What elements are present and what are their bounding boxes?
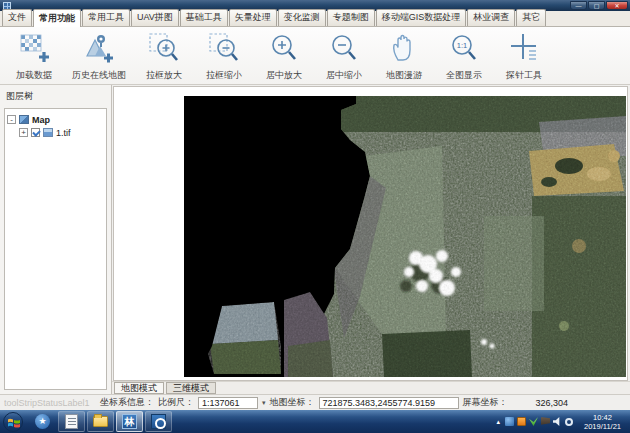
tool-label: 居中放大 xyxy=(266,69,302,82)
tool-label: 探针工具 xyxy=(506,69,542,82)
collapse-icon[interactable]: - xyxy=(7,115,16,124)
forestry-app-icon: 林 xyxy=(122,414,137,429)
layer-label: 1.tif xyxy=(56,128,71,138)
pan-icon xyxy=(388,32,420,66)
box-zoom-in-icon xyxy=(148,32,180,66)
application-window: — ▢ ✕ 文件 常用功能 常用工具 UAV拼图 基础工具 矢量处理 变化监测 … xyxy=(0,0,630,433)
close-button[interactable]: ✕ xyxy=(606,1,628,10)
minimize-button[interactable]: — xyxy=(570,1,587,10)
tool-label: 加载数据 xyxy=(16,69,52,82)
map-node-label: Map xyxy=(32,115,50,125)
tab-common-functions[interactable]: 常用功能 xyxy=(33,9,81,27)
map-node-icon xyxy=(19,115,29,124)
tray-expand-icon[interactable]: ▴ xyxy=(495,418,503,426)
taskbar-app-notepad[interactable] xyxy=(58,411,85,432)
start-button[interactable] xyxy=(3,412,23,432)
center-zoom-in-icon xyxy=(268,32,300,66)
full-extent-button[interactable]: 1:1 全图显示 xyxy=(434,29,494,84)
notepad-icon xyxy=(65,414,78,429)
tab-change-monitoring[interactable]: 变化监测 xyxy=(278,9,326,26)
probe-tool-button[interactable]: 探针工具 xyxy=(494,29,554,84)
tab-vector-processing[interactable]: 矢量处理 xyxy=(229,9,277,26)
box-zoom-out-button[interactable]: 拉框缩小 xyxy=(194,29,254,84)
network-icon[interactable] xyxy=(565,418,573,426)
view-mode-tabs: 地图模式 三维模式 xyxy=(112,381,630,394)
raster-layer-icon xyxy=(43,128,53,137)
layer-panel: 图层树 - Map + 1.tif xyxy=(0,85,112,394)
tab-3d-mode[interactable]: 三维模式 xyxy=(166,382,216,394)
center-zoom-out-icon xyxy=(328,32,360,66)
tab-common-tools[interactable]: 常用工具 xyxy=(82,9,130,26)
load-data-icon xyxy=(18,32,50,66)
screen-coord-value: 326,304 xyxy=(536,398,569,408)
ribbon-tab-bar: 文件 常用功能 常用工具 UAV拼图 基础工具 矢量处理 变化监测 专题制图 移… xyxy=(0,11,630,27)
tab-other[interactable]: 其它 xyxy=(516,9,546,26)
full-extent-icon: 1:1 xyxy=(448,32,480,66)
tray-flag-icon[interactable] xyxy=(541,417,550,426)
scale-value[interactable]: 1:137061 xyxy=(198,397,258,409)
tool-label: 拉框缩小 xyxy=(206,69,242,82)
satellite-imagery[interactable] xyxy=(184,96,626,377)
tab-mobile-gis-data[interactable]: 移动端GIS数据处理 xyxy=(376,9,467,26)
folder-icon xyxy=(93,416,108,427)
tray-orange-app-icon[interactable] xyxy=(517,417,526,426)
tab-uav-mosaic[interactable]: UAV拼图 xyxy=(131,9,179,26)
taskbar-app-forestry-gis[interactable]: 林 xyxy=(116,411,143,432)
clock-time: 10:42 xyxy=(584,413,621,422)
scale-label: 比例尺： xyxy=(158,396,194,409)
expand-icon[interactable]: + xyxy=(19,128,28,137)
tool-label: 历史在线地图 xyxy=(72,69,126,82)
clock-date: 2019/11/21 xyxy=(584,422,621,431)
scale-dropdown-icon[interactable]: ▾ xyxy=(262,399,266,407)
star-app-icon: ★ xyxy=(35,414,50,429)
tab-thematic-mapping[interactable]: 专题制图 xyxy=(327,9,375,26)
tab-forestry-survey[interactable]: 林业调查 xyxy=(467,9,515,26)
taskbar-app-ring[interactable] xyxy=(145,411,172,432)
tool-label: 全图显示 xyxy=(446,69,482,82)
volume-icon[interactable] xyxy=(553,417,562,426)
tree-node-map[interactable]: - Map xyxy=(7,113,104,126)
tool-label: 居中缩小 xyxy=(326,69,362,82)
system-tray: ▴ 10:42 2019/11/21 xyxy=(495,413,628,431)
probe-tool-icon xyxy=(508,32,540,66)
tool-label: 地图漫游 xyxy=(386,69,422,82)
box-zoom-in-button[interactable]: 拉框放大 xyxy=(134,29,194,84)
windows-logo-icon xyxy=(7,416,21,430)
coord-sys-label: 坐标系信息： xyxy=(100,396,154,409)
center-zoom-in-button[interactable]: 居中放大 xyxy=(254,29,314,84)
pan-button[interactable]: 地图漫游 xyxy=(374,29,434,84)
svg-text:1:1: 1:1 xyxy=(457,41,467,50)
map-coord-label: 地图坐标： xyxy=(270,396,315,409)
map-coord-value: 721875.3483,2455774.9159 xyxy=(319,397,459,409)
maximize-button[interactable]: ▢ xyxy=(588,1,605,10)
toolbar: 加载数据 历史在线地图 xyxy=(0,27,630,85)
box-zoom-out-icon xyxy=(208,32,240,66)
ring-app-icon xyxy=(151,414,166,429)
tray-star-icon[interactable] xyxy=(505,417,514,426)
history-online-map-button[interactable]: 历史在线地图 xyxy=(64,29,134,84)
taskbar-app-messenger[interactable]: ★ xyxy=(29,411,56,432)
load-data-button[interactable]: 加载数据 xyxy=(4,29,64,84)
history-online-map-icon xyxy=(83,32,115,66)
layer-panel-title: 图层树 xyxy=(0,85,111,106)
tab-basic-tools[interactable]: 基础工具 xyxy=(180,9,228,26)
windows-taskbar: ★ 林 ▴ 10:42 2019/11/2 xyxy=(0,410,630,433)
layer-visibility-checkbox[interactable] xyxy=(31,128,40,137)
tree-node-layer[interactable]: + 1.tif xyxy=(7,126,104,139)
map-canvas[interactable] xyxy=(113,86,628,381)
tool-label: 拉框放大 xyxy=(146,69,182,82)
taskbar-clock[interactable]: 10:42 2019/11/21 xyxy=(576,413,627,431)
status-placeholder-label: toolStripStatusLabel1 xyxy=(4,398,96,408)
taskbar-app-explorer[interactable] xyxy=(87,411,114,432)
status-bar: toolStripStatusLabel1 坐标系信息： 比例尺： 1:1370… xyxy=(0,394,630,410)
tab-file[interactable]: 文件 xyxy=(2,9,32,26)
center-zoom-out-button[interactable]: 居中缩小 xyxy=(314,29,374,84)
layer-tree: - Map + 1.tif xyxy=(4,108,107,390)
tray-antivirus-icon[interactable] xyxy=(529,417,538,426)
tab-map-mode[interactable]: 地图模式 xyxy=(114,382,164,394)
screen-coord-label: 屏幕坐标： xyxy=(463,396,508,409)
